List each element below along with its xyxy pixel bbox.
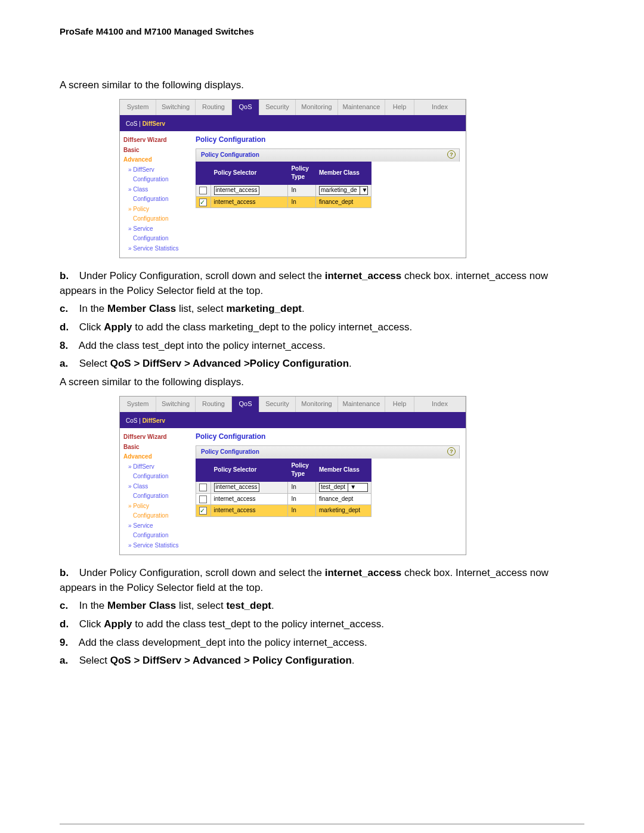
row-checkbox-checked[interactable] [199, 507, 207, 515]
sidebar-service-cfg[interactable]: » Service [128, 522, 186, 531]
text: . [271, 600, 274, 611]
tab-monitoring[interactable]: Monitoring [296, 397, 338, 412]
sidebar-basic[interactable]: Basic [123, 146, 186, 155]
sidebar-diffserv-cfg[interactable]: » DiffServ [128, 166, 186, 175]
tab-qos[interactable]: QoS [232, 397, 259, 412]
sidebar-policy-cfg2[interactable]: Configuration [133, 215, 186, 224]
label-c: c. [60, 302, 76, 317]
panel-header: Policy Configuration ? [196, 445, 460, 459]
subtab-cos[interactable]: CoS [126, 417, 137, 424]
text-bold: Member Class [107, 600, 176, 611]
col-selector: Policy Selector [210, 162, 288, 184]
text: Select [79, 655, 110, 666]
label-a: a. [60, 654, 76, 668]
row-checkbox[interactable] [199, 484, 207, 491]
doc-header: ProSafe M4100 and M7100 Managed Switches [60, 26, 584, 36]
tab-index[interactable]: Index [414, 100, 466, 115]
col-type: Policy Type [288, 459, 316, 481]
sidebar-policy-cfg[interactable]: » Policy [128, 205, 186, 214]
text-bold: Apply [104, 618, 132, 630]
sidebar-wizard[interactable]: Diffserv Wizard [123, 136, 186, 145]
tab-help[interactable]: Help [385, 397, 414, 412]
sidebar-service-stats[interactable]: » Service Statistics [128, 541, 186, 550]
sidebar-advanced[interactable]: Advanced [123, 453, 186, 462]
tab-maintenance[interactable]: Maintenance [338, 100, 385, 115]
text-bold: marketing_dept [226, 303, 302, 314]
tab-routing[interactable]: Routing [196, 397, 232, 412]
tab-routing[interactable]: Routing [196, 100, 232, 115]
panel-title-text: Policy Configuration [201, 448, 259, 455]
tab-security[interactable]: Security [259, 100, 296, 115]
chevron-down-icon: ▼ [348, 483, 356, 492]
label-9: 9. [60, 636, 76, 651]
tab-security[interactable]: Security [259, 397, 296, 412]
tab-switching[interactable]: Switching [156, 397, 196, 412]
sidebar-diffserv-cfg2[interactable]: Configuration [133, 175, 186, 184]
text-bold: internet_access [325, 567, 402, 578]
step-c2: c. In the Member Class list, select test… [60, 599, 584, 614]
label-d: d. [60, 320, 76, 335]
text: . [302, 303, 305, 314]
cell-member: finance_dept [316, 493, 371, 505]
sub-tab-bar: CoS | DiffServ [120, 414, 466, 429]
sidebar-class-cfg2[interactable]: Configuration [133, 195, 186, 204]
sidebar-policy-cfg2[interactable]: Configuration [133, 512, 186, 521]
table-row-selected[interactable]: internet_access In marketing_dept [196, 505, 371, 517]
tab-qos[interactable]: QoS [232, 100, 259, 115]
member-class-select[interactable]: marketing_de▼ [319, 186, 368, 195]
table-row-edit: internet_access In test_dept▼ [196, 481, 371, 493]
cell-type: In [288, 481, 316, 493]
text: Under Policy Configuration, scroll down … [79, 567, 325, 578]
text: . [349, 358, 352, 369]
row-checkbox-checked[interactable] [199, 199, 207, 206]
sidebar-diffserv-cfg[interactable]: » DiffServ [128, 463, 186, 472]
cell-member: marketing_dept [316, 505, 371, 517]
tab-maintenance[interactable]: Maintenance [338, 397, 385, 412]
help-icon[interactable]: ? [447, 150, 456, 159]
sidebar-service-cfg2[interactable]: Configuration [133, 234, 186, 243]
subtab-cos[interactable]: CoS [126, 120, 137, 127]
sidebar-service-cfg2[interactable]: Configuration [133, 531, 186, 540]
policy-selector-input[interactable]: internet_access [214, 186, 259, 195]
sidebar-diffserv-cfg2[interactable]: Configuration [133, 472, 186, 481]
sidebar-wizard[interactable]: Diffserv Wizard [123, 433, 186, 442]
sidebar-service-cfg[interactable]: » Service [128, 225, 186, 234]
step-9: 9. Add the class development_dept into t… [60, 636, 584, 651]
tab-system[interactable]: System [120, 100, 156, 115]
text: list, select [176, 303, 226, 314]
member-class-select[interactable]: test_dept▼ [319, 483, 368, 492]
intro-text-2: A screen similar to the following displa… [60, 375, 584, 390]
tab-switching[interactable]: Switching [156, 100, 196, 115]
policy-selector-input[interactable]: internet_access [214, 483, 259, 492]
tab-system[interactable]: System [120, 397, 156, 412]
col-selector: Policy Selector [210, 459, 288, 481]
table-row[interactable]: internet_access In finance_dept [196, 493, 371, 505]
sidebar-advanced[interactable]: Advanced [123, 156, 186, 165]
cell-type: In [288, 505, 316, 517]
tab-index[interactable]: Index [414, 397, 466, 412]
sidebar-basic[interactable]: Basic [123, 443, 186, 452]
help-icon[interactable]: ? [447, 447, 456, 456]
tab-monitoring[interactable]: Monitoring [296, 100, 338, 115]
sidebar-class-cfg[interactable]: » Class [128, 185, 186, 194]
sidebar-class-cfg2[interactable]: Configuration [133, 492, 186, 501]
cell-type: In [288, 196, 316, 208]
main-title: Policy Configuration [196, 135, 460, 145]
tab-help[interactable]: Help [385, 100, 414, 115]
row-checkbox[interactable] [199, 496, 207, 503]
step-b1: b. Under Policy Configuration, scroll do… [60, 269, 584, 298]
row-checkbox[interactable] [199, 187, 207, 194]
subtab-diffserv[interactable]: DiffServ [143, 417, 165, 424]
table-row-selected[interactable]: internet_access In finance_dept [196, 196, 371, 208]
label-c: c. [60, 599, 76, 614]
screenshot-2: System Switching Routing QoS Security Mo… [119, 396, 466, 555]
cell-selector: internet_access [210, 493, 288, 505]
subtab-diffserv[interactable]: DiffServ [143, 120, 165, 127]
label-8: 8. [60, 339, 76, 354]
sidebar-class-cfg[interactable]: » Class [128, 482, 186, 491]
sidebar-service-stats[interactable]: » Service Statistics [128, 244, 186, 253]
main-title: Policy Configuration [196, 432, 460, 442]
cell-selector: internet_access [210, 505, 288, 517]
sidebar-policy-cfg[interactable]: » Policy [128, 502, 186, 511]
text: . [352, 655, 355, 666]
